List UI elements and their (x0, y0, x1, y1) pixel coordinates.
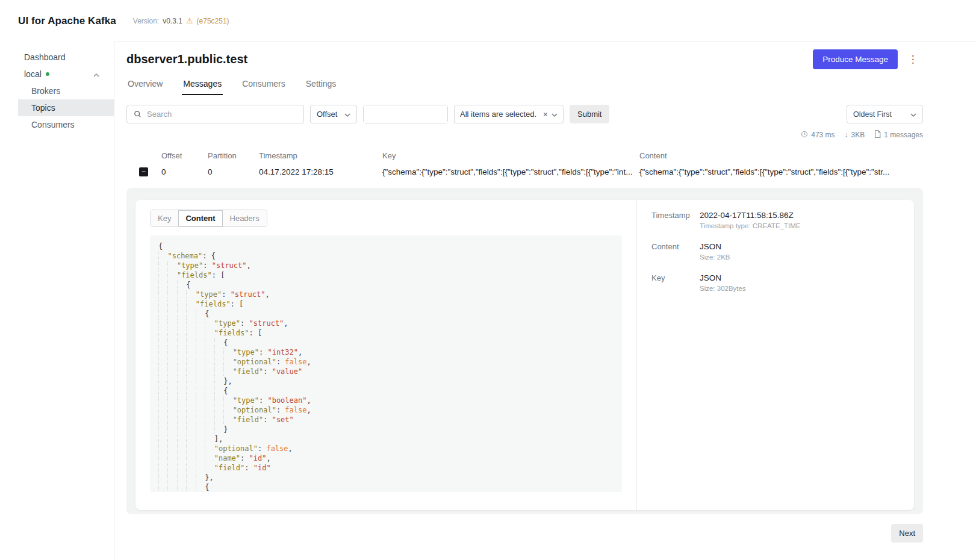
app-logo[interactable]: UI for Apache Kafka (18, 15, 116, 27)
elapsed-value: 473 ms (811, 131, 835, 139)
bytes-value: 3KB (851, 131, 865, 139)
column-header-offset: Offset (161, 151, 208, 160)
next-page-button[interactable]: Next (891, 524, 923, 543)
chevron-down-icon (344, 110, 350, 119)
commit-hash: (e75c251) (197, 17, 229, 25)
sidebar-item-topics[interactable]: Topics (18, 99, 114, 116)
sidebar-item-label: Brokers (31, 86, 60, 96)
sidebar-item-label: Consumers (31, 120, 75, 129)
sidebar-item-dashboard[interactable]: Dashboard (18, 49, 114, 66)
messages-stat: 1 messages (874, 130, 923, 140)
table-row: − 0 0 04.17.2022 17:28:15 {"schema":{"ty… (126, 163, 923, 181)
search-input[interactable] (127, 105, 303, 123)
column-header-content: Content (639, 151, 923, 160)
toggle-cell: − (126, 167, 161, 176)
bytes-stat: ↓ 3KB (845, 131, 865, 139)
page-header: dbserver1.public.test Produce Message ⋮ (126, 49, 923, 69)
file-icon (874, 130, 881, 140)
cell-timestamp: 04.17.2022 17:28:15 (259, 167, 382, 176)
pagination: Next (126, 524, 923, 543)
sort-order-select[interactable]: Oldest First (847, 105, 923, 123)
message-body-section: Key Content Headers { "schema": { "type"… (135, 200, 637, 510)
message-detail-panel: Key Content Headers { "schema": { "type"… (126, 188, 923, 514)
detail-tab-headers[interactable]: Headers (223, 210, 267, 226)
version-value: v0.3.1 (163, 17, 182, 25)
main-content: dbserver1.public.test Produce Message ⋮ … (114, 42, 976, 560)
message-meta-section: Timestamp 2022-04-17T11:58:15.86Z Timest… (637, 200, 914, 510)
elapsed-stat: 473 ms (801, 131, 835, 140)
cell-partition: 0 (208, 167, 259, 176)
meta-value: JSON (700, 242, 900, 251)
seek-type-value: Offset (317, 110, 337, 119)
sidebar-item-consumers[interactable]: Consumers (18, 116, 114, 133)
tab-messages[interactable]: Messages (182, 75, 223, 95)
sidebar-item-brokers[interactable]: Brokers (18, 82, 114, 99)
sidebar-item-cluster-local[interactable]: local (18, 66, 114, 82)
tab-overview[interactable]: Overview (126, 75, 164, 95)
chevron-down-icon (552, 110, 558, 119)
seek-type-select[interactable]: Offset (310, 105, 357, 123)
detail-tabs: Key Content Headers (150, 210, 267, 227)
partitions-multiselect[interactable]: All items are selected. × (454, 105, 564, 123)
sidebar-item-label: Dashboard (24, 52, 66, 62)
search-box (126, 105, 304, 123)
filters-toolbar: Offset All items are selected. × Submit … (126, 105, 923, 123)
meta-value: 2022-04-17T11:58:15.86Z (700, 211, 900, 220)
message-detail-card: Key Content Headers { "schema": { "type"… (135, 200, 914, 510)
detail-tab-content[interactable]: Content (178, 210, 222, 226)
code-block: { "schema": { "type": "struct", "fields"… (150, 235, 622, 492)
chevron-down-icon (910, 110, 916, 119)
kebab-menu-button[interactable]: ⋮ (903, 49, 923, 69)
fetch-stats: 473 ms ↓ 3KB 1 messages (126, 130, 923, 140)
collapse-row-button[interactable]: − (139, 167, 148, 176)
cell-offset: 0 (161, 167, 208, 176)
tab-settings[interactable]: Settings (305, 75, 338, 95)
clear-selection-icon[interactable]: × (543, 110, 548, 119)
version-info: Version: v0.3.1 ⚠ (e75c251) (133, 17, 229, 25)
download-arrow-icon: ↓ (845, 131, 848, 139)
cluster-online-dot-icon (46, 72, 49, 76)
meta-label: Timestamp (651, 211, 700, 229)
meta-note: Size: 302Bytes (700, 285, 900, 292)
messages-table: Offset Partition Timestamp Key Content −… (126, 148, 923, 181)
produce-message-button[interactable]: Produce Message (813, 49, 898, 69)
submit-button[interactable]: Submit (570, 105, 609, 123)
partitions-selected-text: All items are selected. (460, 110, 536, 119)
sort-order-value: Oldest First (853, 110, 892, 119)
top-bar: UI for Apache Kafka Version: v0.3.1 ⚠ (e… (0, 0, 976, 42)
column-header-partition: Partition (208, 151, 259, 160)
column-header-key: Key (382, 151, 639, 160)
sidebar-item-label: local (24, 69, 42, 79)
sidebar-item-label: Topics (31, 103, 55, 113)
cell-key-preview: {"schema":{"type":"struct","fields":[{"t… (382, 167, 639, 176)
table-header-row: Offset Partition Timestamp Key Content (126, 148, 923, 163)
seek-value-box (363, 105, 448, 123)
cell-content-preview: {"schema":{"type":"struct","fields":[{"t… (639, 167, 923, 176)
page-title: dbserver1.public.test (126, 52, 813, 66)
detail-tab-key[interactable]: Key (151, 210, 178, 226)
offset-value-input[interactable] (364, 105, 447, 123)
meta-row-timestamp: Timestamp 2022-04-17T11:58:15.86Z Timest… (651, 211, 900, 229)
meta-note: Size: 2KB (700, 254, 900, 261)
chevron-up-icon (93, 69, 99, 79)
messages-count-value: 1 messages (884, 131, 923, 139)
tab-consumers[interactable]: Consumers (241, 75, 287, 95)
meta-row-content: Content JSON Size: 2KB (651, 242, 900, 261)
layout: Dashboard local Brokers Topics Consumers… (0, 42, 976, 560)
column-header-timestamp: Timestamp (259, 151, 382, 160)
meta-label: Content (651, 242, 700, 261)
clock-icon (801, 131, 808, 140)
sidebar: Dashboard local Brokers Topics Consumers (0, 42, 114, 560)
meta-row-key: Key JSON Size: 302Bytes (651, 273, 900, 292)
meta-label: Key (651, 273, 700, 292)
topic-tabs: Overview Messages Consumers Settings (126, 75, 923, 95)
search-icon (134, 110, 141, 120)
meta-value: JSON (700, 273, 900, 282)
meta-note: Timestamp type: CREATE_TIME (700, 222, 900, 229)
version-label: Version: (133, 17, 159, 25)
warning-icon: ⚠ (186, 17, 193, 25)
